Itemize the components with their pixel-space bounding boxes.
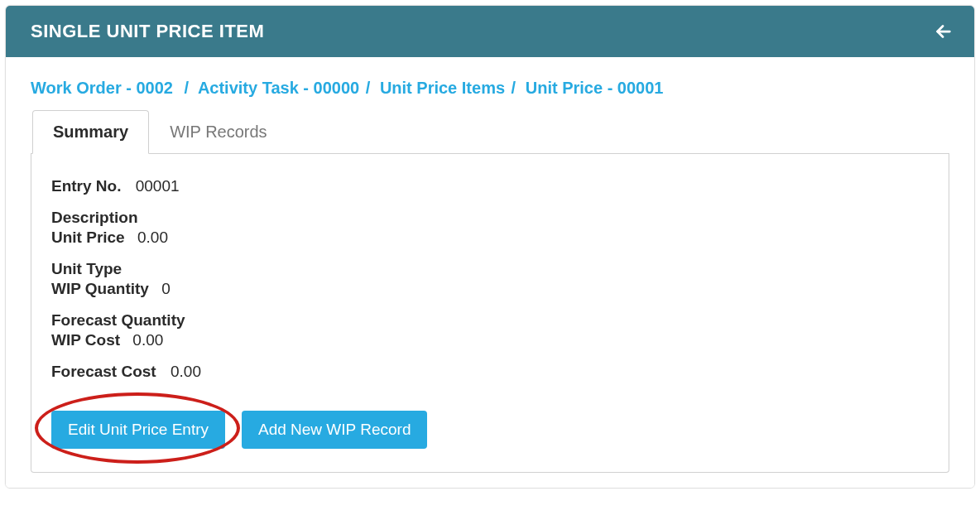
tab-bar: Summary WIP Records	[31, 109, 949, 154]
breadcrumb-item-unit-price[interactable]: Unit Price - 00001	[526, 79, 664, 97]
single-unit-price-card: SINGLE UNIT PRICE ITEM Work Order - 0002…	[5, 5, 975, 489]
page-title: SINGLE UNIT PRICE ITEM	[31, 21, 264, 42]
field-forecast-cost: Forecast Cost 0.00	[51, 363, 929, 381]
description-label: Description	[51, 209, 929, 227]
breadcrumb-item-work-order[interactable]: Work Order - 0002	[31, 79, 173, 97]
add-wip-record-button[interactable]: Add New WIP Record	[242, 411, 427, 449]
field-unit-type-wip-qty: Unit Type WIP Quantity 0	[51, 260, 929, 298]
wip-cost-value: 0.00	[132, 331, 163, 349]
card-header: SINGLE UNIT PRICE ITEM	[6, 6, 974, 57]
forecast-cost-value: 0.00	[171, 363, 201, 380]
entry-no-label: Entry No.	[51, 177, 121, 195]
entry-no-value: 00001	[136, 177, 180, 195]
field-forecast-qty-wip-cost: Forecast Quantity WIP Cost 0.00	[51, 311, 929, 349]
wip-quantity-label: WIP Quantity	[51, 280, 149, 297]
field-description-unit-price: Description Unit Price 0.00	[51, 209, 929, 247]
breadcrumb-sep: /	[178, 79, 195, 97]
wip-cost-label: WIP Cost	[51, 331, 120, 349]
breadcrumb-item-activity-task[interactable]: Activity Task - 00000	[198, 79, 359, 97]
wip-quantity-value: 0	[161, 280, 171, 297]
button-row: Edit Unit Price Entry Add New WIP Record	[51, 411, 929, 449]
tab-summary[interactable]: Summary	[32, 110, 149, 154]
card-body: Work Order - 0002 / Activity Task - 0000…	[6, 57, 974, 488]
forecast-quantity-label: Forecast Quantity	[51, 311, 929, 330]
field-entry-no: Entry No. 00001	[51, 177, 929, 195]
breadcrumb-sep: /	[510, 79, 521, 97]
unit-price-label: Unit Price	[51, 229, 125, 246]
forecast-cost-label: Forecast Cost	[51, 363, 156, 381]
unit-price-value: 0.00	[137, 229, 168, 246]
edit-unit-price-button[interactable]: Edit Unit Price Entry	[51, 411, 225, 449]
tab-wip-records[interactable]: WIP Records	[149, 110, 287, 154]
unit-type-label: Unit Type	[51, 260, 929, 278]
breadcrumb: Work Order - 0002 / Activity Task - 0000…	[31, 79, 949, 98]
breadcrumb-item-unit-price-items[interactable]: Unit Price Items	[380, 79, 505, 97]
summary-panel: Entry No. 00001 Description Unit Price 0…	[31, 154, 949, 473]
breadcrumb-sep: /	[364, 79, 376, 97]
back-arrow-icon[interactable]	[934, 22, 953, 41]
